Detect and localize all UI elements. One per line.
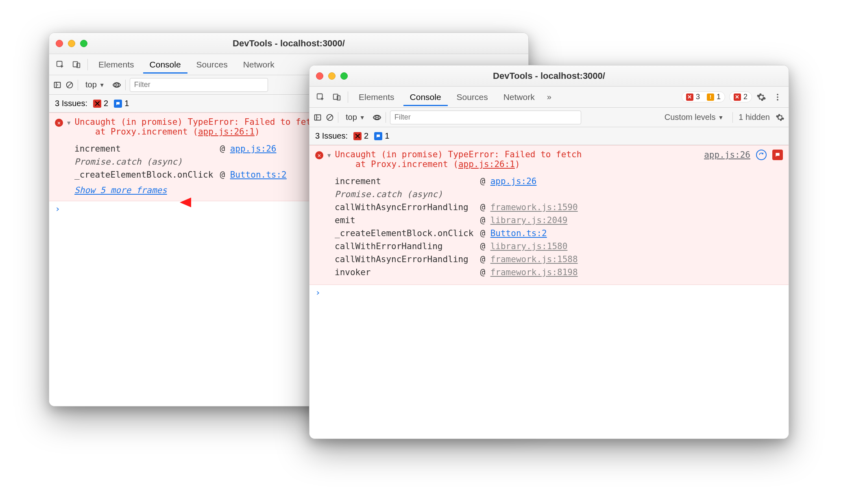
svg-point-20 xyxy=(376,117,378,118)
maximize-icon[interactable] xyxy=(80,40,87,47)
stack-fn: invoker xyxy=(335,266,480,279)
window-title: DevTools - localhost:3000/ xyxy=(309,71,789,81)
source-link[interactable]: app.js:26 xyxy=(490,176,537,186)
stack-frame[interactable]: increment@ app.js:26 xyxy=(74,142,287,155)
error-entry[interactable]: ✕ ▼ Uncaught (in promise) TypeError: Fai… xyxy=(309,145,789,285)
inspect-icon[interactable] xyxy=(314,90,327,104)
status-badges[interactable]: ✕3 !1 ✕2 xyxy=(682,91,752,102)
stack-location: @ library.js:1580 xyxy=(480,240,578,253)
stack-frame[interactable]: _createElementBlock.onClick@ Button.ts:2 xyxy=(335,227,578,240)
stack-location: @ library.js:2049 xyxy=(480,214,578,227)
stack-location: @ framework.js:1590 xyxy=(480,201,578,214)
issues-label: 3 Issues: xyxy=(315,131,348,141)
stack-frame[interactable]: invoker@ framework.js:8198 xyxy=(335,266,578,279)
sidebar-toggle-icon[interactable] xyxy=(314,113,322,122)
feedback-icon[interactable] xyxy=(772,150,783,160)
source-link[interactable]: library.js:2049 xyxy=(490,215,568,225)
issues-label: 3 Issues: xyxy=(55,99,87,108)
source-link[interactable]: framework.js:1588 xyxy=(490,254,578,264)
stack-frame[interactable]: Promise.catch (async) xyxy=(74,155,287,168)
clear-console-icon[interactable] xyxy=(65,81,74,89)
close-icon[interactable] xyxy=(316,72,323,80)
stack-fn: increment xyxy=(74,142,220,155)
settings-icon[interactable] xyxy=(754,90,768,104)
stack-async-divider: Promise.catch (async) xyxy=(335,188,578,201)
svg-point-14 xyxy=(777,99,778,100)
error-icon: ✕ xyxy=(315,151,323,159)
stack-fn: _createElementBlock.onClick xyxy=(74,168,220,181)
error-origin-link[interactable]: app.js:26 xyxy=(704,150,750,160)
stack-fn: callWithAsyncErrorHandling xyxy=(335,201,480,214)
svg-line-6 xyxy=(68,83,72,87)
stack-location: @ app.js:26 xyxy=(220,142,286,155)
source-link[interactable]: Button.ts:2 xyxy=(490,228,547,238)
minimize-icon[interactable] xyxy=(328,72,336,80)
context-selector[interactable]: top▼ xyxy=(342,111,368,124)
live-expression-icon[interactable] xyxy=(373,113,381,122)
window-title: DevTools - localhost:3000/ xyxy=(49,38,528,49)
hidden-count[interactable]: 1 hidden xyxy=(739,113,770,122)
settings-icon[interactable] xyxy=(776,113,785,122)
tab-network[interactable]: Network xyxy=(237,56,281,74)
titlebar[interactable]: DevTools - localhost:3000/ xyxy=(49,33,528,54)
sidebar-toggle-icon[interactable] xyxy=(53,81,61,89)
source-link[interactable]: framework.js:8198 xyxy=(490,267,578,277)
stack-fn: emit xyxy=(335,214,480,227)
tab-elements[interactable]: Elements xyxy=(92,56,141,74)
stack-location: @ framework.js:8198 xyxy=(480,266,578,279)
stack-trace: increment@ app.js:26Promise.catch (async… xyxy=(335,175,783,279)
stack-location: @ framework.js:1588 xyxy=(480,253,578,266)
disclosure-icon[interactable]: ▼ xyxy=(67,119,70,126)
source-link[interactable]: app.js:26 xyxy=(230,144,277,154)
device-toggle-icon[interactable] xyxy=(70,58,83,72)
svg-point-8 xyxy=(116,84,118,86)
filter-input[interactable] xyxy=(130,78,268,92)
live-expression-icon[interactable] xyxy=(112,80,121,89)
stack-location: @ Button.ts:2 xyxy=(480,227,578,240)
stack-fn: _createElementBlock.onClick xyxy=(335,227,480,240)
stack-frame[interactable]: _createElementBlock.onClick@ Button.ts:2 xyxy=(74,168,287,181)
source-link[interactable]: library.js:1580 xyxy=(490,241,568,251)
stack-fn: callWithErrorHandling xyxy=(335,240,480,253)
context-selector[interactable]: top▼ xyxy=(82,78,108,91)
maximize-icon[interactable] xyxy=(340,72,348,80)
device-toggle-icon[interactable] xyxy=(330,90,344,104)
inspect-icon[interactable] xyxy=(53,58,67,72)
stack-async-divider: Promise.catch (async) xyxy=(74,155,287,168)
stack-fn: increment xyxy=(335,175,480,188)
more-tabs-icon[interactable]: » xyxy=(544,92,555,102)
log-levels-selector[interactable]: Custom levels▼ xyxy=(661,111,727,124)
disclosure-icon[interactable]: ▼ xyxy=(327,152,331,159)
stack-frame[interactable]: Promise.catch (async) xyxy=(335,188,578,201)
svg-point-12 xyxy=(777,93,778,95)
console-prompt[interactable]: › xyxy=(309,285,789,300)
stack-frame[interactable]: increment@ app.js:26 xyxy=(335,175,578,188)
stack-location: @ app.js:26 xyxy=(480,175,578,188)
tab-console[interactable]: Console xyxy=(403,88,448,106)
issues-bar[interactable]: 3 Issues: ✕2 1 xyxy=(309,127,789,145)
kebab-menu-icon[interactable] xyxy=(771,90,785,104)
tab-elements[interactable]: Elements xyxy=(352,88,401,106)
filter-input[interactable] xyxy=(390,111,581,124)
clear-console-icon[interactable] xyxy=(326,113,334,122)
source-link[interactable]: framework.js:1590 xyxy=(490,202,578,212)
titlebar[interactable]: DevTools - localhost:3000/ xyxy=(309,65,789,87)
error-message: Uncaught (in promise) TypeError: Failed … xyxy=(74,117,321,137)
tab-console[interactable]: Console xyxy=(143,56,187,74)
svg-point-13 xyxy=(777,96,778,98)
stack-frame[interactable]: callWithErrorHandling@ library.js:1580 xyxy=(335,240,578,253)
source-link[interactable]: Button.ts:2 xyxy=(230,170,287,180)
panel-tabbar: Elements Console Sources Network » ✕3 !1… xyxy=(309,87,789,108)
minimize-icon[interactable] xyxy=(68,40,75,47)
stack-frame[interactable]: callWithAsyncErrorHandling@ framework.js… xyxy=(335,201,578,214)
tab-network[interactable]: Network xyxy=(497,88,541,106)
reload-icon[interactable] xyxy=(756,150,767,160)
console-filterbar: top▼ Custom levels▼ 1 hidden xyxy=(309,108,789,127)
stack-frame[interactable]: callWithAsyncErrorHandling@ framework.js… xyxy=(335,253,578,266)
tab-sources[interactable]: Sources xyxy=(190,56,234,74)
close-icon[interactable] xyxy=(56,40,63,47)
stack-frame[interactable]: emit@ library.js:2049 xyxy=(335,214,578,227)
tab-sources[interactable]: Sources xyxy=(450,88,495,106)
svg-line-18 xyxy=(328,115,332,119)
error-icon: ✕ xyxy=(55,119,63,127)
